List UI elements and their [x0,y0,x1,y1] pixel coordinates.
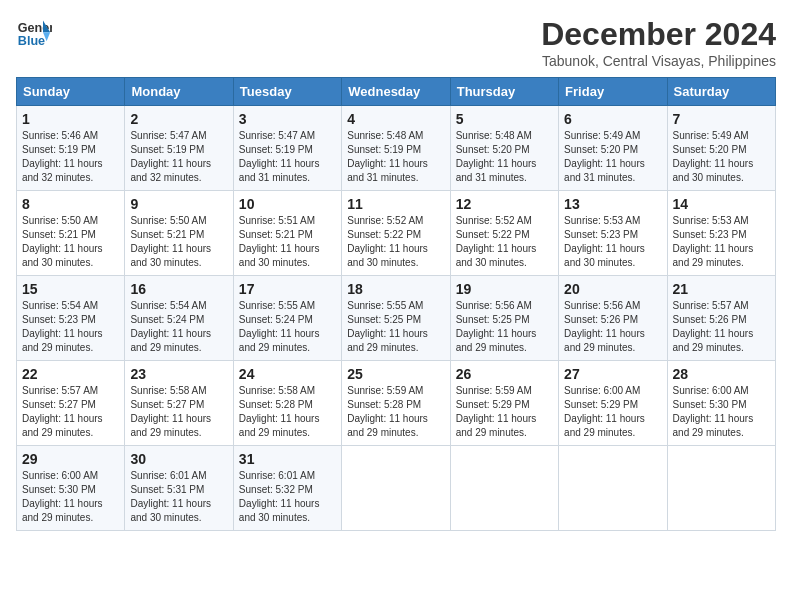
day-info: Sunrise: 5:59 AM Sunset: 5:29 PM Dayligh… [456,384,553,440]
day-number: 31 [239,451,336,467]
day-number: 21 [673,281,770,297]
day-info: Sunrise: 5:49 AM Sunset: 5:20 PM Dayligh… [564,129,661,185]
calendar-cell: 26Sunrise: 5:59 AM Sunset: 5:29 PM Dayli… [450,361,558,446]
weekday-header-wednesday: Wednesday [342,78,450,106]
svg-text:Blue: Blue [18,34,45,48]
weekday-header-saturday: Saturday [667,78,775,106]
day-info: Sunrise: 5:54 AM Sunset: 5:23 PM Dayligh… [22,299,119,355]
day-number: 11 [347,196,444,212]
day-number: 9 [130,196,227,212]
logo-icon: General Blue [16,16,52,52]
weekday-header-sunday: Sunday [17,78,125,106]
day-info: Sunrise: 5:51 AM Sunset: 5:21 PM Dayligh… [239,214,336,270]
logo: General Blue [16,16,52,52]
day-info: Sunrise: 5:54 AM Sunset: 5:24 PM Dayligh… [130,299,227,355]
calendar-cell: 19Sunrise: 5:56 AM Sunset: 5:25 PM Dayli… [450,276,558,361]
day-number: 8 [22,196,119,212]
calendar-body: 1Sunrise: 5:46 AM Sunset: 5:19 PM Daylig… [17,106,776,531]
calendar-cell: 21Sunrise: 5:57 AM Sunset: 5:26 PM Dayli… [667,276,775,361]
day-info: Sunrise: 5:46 AM Sunset: 5:19 PM Dayligh… [22,129,119,185]
day-number: 17 [239,281,336,297]
weekday-header-monday: Monday [125,78,233,106]
day-number: 7 [673,111,770,127]
calendar-cell: 20Sunrise: 5:56 AM Sunset: 5:26 PM Dayli… [559,276,667,361]
calendar-cell: 9Sunrise: 5:50 AM Sunset: 5:21 PM Daylig… [125,191,233,276]
day-number: 15 [22,281,119,297]
day-number: 24 [239,366,336,382]
calendar-cell: 30Sunrise: 6:01 AM Sunset: 5:31 PM Dayli… [125,446,233,531]
calendar-cell: 14Sunrise: 5:53 AM Sunset: 5:23 PM Dayli… [667,191,775,276]
day-number: 22 [22,366,119,382]
calendar-cell: 3Sunrise: 5:47 AM Sunset: 5:19 PM Daylig… [233,106,341,191]
day-info: Sunrise: 5:53 AM Sunset: 5:23 PM Dayligh… [673,214,770,270]
calendar-cell: 31Sunrise: 6:01 AM Sunset: 5:32 PM Dayli… [233,446,341,531]
day-info: Sunrise: 5:58 AM Sunset: 5:28 PM Dayligh… [239,384,336,440]
calendar-cell: 25Sunrise: 5:59 AM Sunset: 5:28 PM Dayli… [342,361,450,446]
day-info: Sunrise: 5:52 AM Sunset: 5:22 PM Dayligh… [347,214,444,270]
day-info: Sunrise: 5:57 AM Sunset: 5:27 PM Dayligh… [22,384,119,440]
day-info: Sunrise: 5:56 AM Sunset: 5:26 PM Dayligh… [564,299,661,355]
weekday-header-tuesday: Tuesday [233,78,341,106]
calendar-table: SundayMondayTuesdayWednesdayThursdayFrid… [16,77,776,531]
day-info: Sunrise: 5:47 AM Sunset: 5:19 PM Dayligh… [239,129,336,185]
day-number: 1 [22,111,119,127]
day-number: 10 [239,196,336,212]
day-number: 5 [456,111,553,127]
day-number: 4 [347,111,444,127]
calendar-cell: 6Sunrise: 5:49 AM Sunset: 5:20 PM Daylig… [559,106,667,191]
location-title: Tabunok, Central Visayas, Philippines [541,53,776,69]
day-number: 25 [347,366,444,382]
calendar-cell [450,446,558,531]
calendar-cell: 1Sunrise: 5:46 AM Sunset: 5:19 PM Daylig… [17,106,125,191]
calendar-cell: 4Sunrise: 5:48 AM Sunset: 5:19 PM Daylig… [342,106,450,191]
weekday-header-thursday: Thursday [450,78,558,106]
day-info: Sunrise: 5:49 AM Sunset: 5:20 PM Dayligh… [673,129,770,185]
calendar-cell [667,446,775,531]
day-number: 18 [347,281,444,297]
calendar-cell: 13Sunrise: 5:53 AM Sunset: 5:23 PM Dayli… [559,191,667,276]
calendar-cell: 23Sunrise: 5:58 AM Sunset: 5:27 PM Dayli… [125,361,233,446]
calendar-cell: 5Sunrise: 5:48 AM Sunset: 5:20 PM Daylig… [450,106,558,191]
day-number: 12 [456,196,553,212]
day-number: 19 [456,281,553,297]
day-number: 6 [564,111,661,127]
day-info: Sunrise: 5:47 AM Sunset: 5:19 PM Dayligh… [130,129,227,185]
day-info: Sunrise: 5:48 AM Sunset: 5:20 PM Dayligh… [456,129,553,185]
day-number: 29 [22,451,119,467]
day-info: Sunrise: 6:00 AM Sunset: 5:30 PM Dayligh… [22,469,119,525]
calendar-week-row: 8Sunrise: 5:50 AM Sunset: 5:21 PM Daylig… [17,191,776,276]
month-title: December 2024 [541,16,776,53]
day-number: 28 [673,366,770,382]
calendar-cell: 22Sunrise: 5:57 AM Sunset: 5:27 PM Dayli… [17,361,125,446]
calendar-cell: 18Sunrise: 5:55 AM Sunset: 5:25 PM Dayli… [342,276,450,361]
calendar-cell: 8Sunrise: 5:50 AM Sunset: 5:21 PM Daylig… [17,191,125,276]
day-info: Sunrise: 5:55 AM Sunset: 5:25 PM Dayligh… [347,299,444,355]
day-info: Sunrise: 5:58 AM Sunset: 5:27 PM Dayligh… [130,384,227,440]
day-info: Sunrise: 5:50 AM Sunset: 5:21 PM Dayligh… [130,214,227,270]
calendar-cell: 29Sunrise: 6:00 AM Sunset: 5:30 PM Dayli… [17,446,125,531]
calendar-cell: 10Sunrise: 5:51 AM Sunset: 5:21 PM Dayli… [233,191,341,276]
day-number: 16 [130,281,227,297]
calendar-cell: 7Sunrise: 5:49 AM Sunset: 5:20 PM Daylig… [667,106,775,191]
weekday-header-row: SundayMondayTuesdayWednesdayThursdayFrid… [17,78,776,106]
calendar-cell: 15Sunrise: 5:54 AM Sunset: 5:23 PM Dayli… [17,276,125,361]
calendar-cell: 12Sunrise: 5:52 AM Sunset: 5:22 PM Dayli… [450,191,558,276]
calendar-cell: 16Sunrise: 5:54 AM Sunset: 5:24 PM Dayli… [125,276,233,361]
calendar-cell: 28Sunrise: 6:00 AM Sunset: 5:30 PM Dayli… [667,361,775,446]
day-number: 30 [130,451,227,467]
day-info: Sunrise: 6:01 AM Sunset: 5:31 PM Dayligh… [130,469,227,525]
calendar-week-row: 1Sunrise: 5:46 AM Sunset: 5:19 PM Daylig… [17,106,776,191]
calendar-week-row: 22Sunrise: 5:57 AM Sunset: 5:27 PM Dayli… [17,361,776,446]
day-number: 26 [456,366,553,382]
day-number: 13 [564,196,661,212]
calendar-cell: 11Sunrise: 5:52 AM Sunset: 5:22 PM Dayli… [342,191,450,276]
calendar-week-row: 15Sunrise: 5:54 AM Sunset: 5:23 PM Dayli… [17,276,776,361]
day-number: 3 [239,111,336,127]
day-number: 27 [564,366,661,382]
day-info: Sunrise: 5:50 AM Sunset: 5:21 PM Dayligh… [22,214,119,270]
day-number: 14 [673,196,770,212]
day-info: Sunrise: 6:00 AM Sunset: 5:30 PM Dayligh… [673,384,770,440]
day-info: Sunrise: 5:56 AM Sunset: 5:25 PM Dayligh… [456,299,553,355]
day-info: Sunrise: 5:59 AM Sunset: 5:28 PM Dayligh… [347,384,444,440]
calendar-week-row: 29Sunrise: 6:00 AM Sunset: 5:30 PM Dayli… [17,446,776,531]
